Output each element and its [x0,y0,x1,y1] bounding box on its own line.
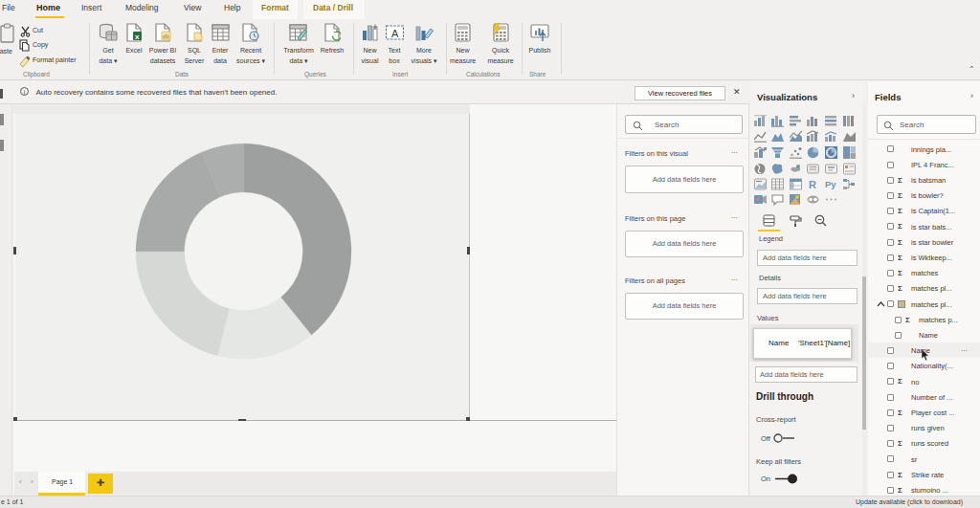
svg-text:Py: Py [825,179,836,189]
svg-text:R: R [809,179,816,190]
